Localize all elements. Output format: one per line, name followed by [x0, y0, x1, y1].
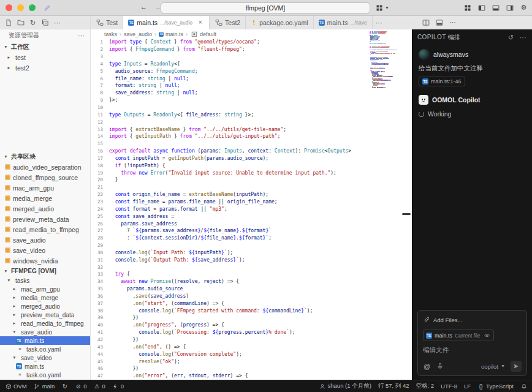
tree-item-mac_arm_gpu[interactable]: ▸mac_arm_gpu: [0, 285, 90, 293]
tree-item-save_audio[interactable]: ▾save_audio: [0, 328, 90, 336]
back-icon[interactable]: ←: [140, 3, 148, 11]
line-number: 43: [91, 344, 109, 350]
status-ovm[interactable]: OVM: [5, 383, 27, 390]
tree-item-main-ts[interactable]: TSmain.ts: [0, 336, 90, 345]
code-text: console.log(`Output Path: ${save_address…: [109, 257, 245, 263]
more-actions-icon[interactable]: ⋯: [449, 18, 457, 26]
tree-item-preview_meta_data[interactable]: ▸preview_meta_data: [0, 311, 90, 319]
tree-item-media_merge[interactable]: ▸media_merge: [0, 293, 90, 302]
tree-item-tasks[interactable]: ▾tasks: [0, 276, 90, 285]
explorer-views-icon[interactable]: ⋯: [77, 32, 85, 40]
tree-item-media_merge[interactable]: media_merge: [0, 193, 90, 203]
tree-item-read_media_to_ffmpeg[interactable]: read_media_to_ffmpeg: [0, 224, 90, 235]
toggle-panel-icon[interactable]: [492, 4, 500, 12]
breadcrumb-item[interactable]: default: [190, 30, 216, 38]
explorer-more-actions-icon[interactable]: ⋯: [53, 19, 61, 27]
status-notifications[interactable]: [520, 383, 527, 390]
line-number: 7: [91, 83, 109, 88]
send-button[interactable]: [511, 361, 522, 372]
section-header[interactable]: ▾FFMPEG [OVM]: [0, 266, 90, 276]
mention-icon[interactable]: @: [423, 363, 431, 371]
toggle-secondary-sidebar-icon[interactable]: [506, 4, 514, 12]
tree-item-windows_nvidia[interactable]: windows_nvidia: [0, 255, 90, 266]
tab-close-icon[interactable]: ×: [196, 19, 204, 27]
line-number: 18: [91, 163, 109, 168]
eye-icon[interactable]: [483, 331, 491, 339]
tab-Test[interactable]: Test: [91, 16, 123, 29]
add-files-button[interactable]: Add Files...: [423, 316, 463, 324]
close-window-button[interactable]: [6, 4, 12, 11]
breadcrumb-item[interactable]: save_audio: [124, 31, 152, 37]
new-folder-icon[interactable]: [17, 19, 25, 27]
code-line: 42 }): [91, 336, 412, 344]
new-file-icon[interactable]: [4, 19, 12, 27]
tab-Test2[interactable]: Test2: [210, 16, 246, 29]
status-branch[interactable]: main: [34, 383, 55, 390]
model-selector[interactable]: oopilot ▾: [481, 363, 506, 371]
code-text: console.log(`Processing: ${progress.perc…: [109, 330, 295, 335]
tree-item-save_video[interactable]: ▾save_video: [0, 353, 90, 362]
panel-more-icon[interactable]: ⋯: [519, 34, 527, 42]
status-blame[interactable]: shaun (1 个月前): [319, 382, 371, 390]
status-label: OVM: [13, 383, 27, 390]
settings-gear-icon[interactable]: ⚙: [520, 4, 528, 12]
chat-input[interactable]: 编辑文件: [423, 346, 522, 355]
brush-icon[interactable]: [43, 4, 51, 12]
status-bar-right: shaun (1 个月前)行 57, 列 42空格: 2UTF-8LF{}Typ…: [319, 382, 527, 390]
tree-item-merged_audio[interactable]: merged_audio: [0, 203, 90, 214]
history-icon[interactable]: ↺: [507, 34, 515, 42]
tab-label: Test: [106, 19, 118, 26]
tree-item-preview_meta_data[interactable]: preview_meta_data: [0, 214, 90, 224]
toggle-layout-icon[interactable]: [435, 18, 443, 26]
status-errors[interactable]: ⊘0: [75, 383, 86, 390]
tree-item-save_video[interactable]: save_video: [0, 245, 90, 255]
section-header[interactable]: ▾共享区块: [0, 151, 90, 162]
status-cursor-position[interactable]: 行 57, 列 42: [378, 382, 409, 390]
status-warnings[interactable]: ⚠0: [94, 383, 105, 390]
tab-main-ts[interactable]: TSmain.ts.../save: [314, 16, 373, 29]
context-chip[interactable]: TS main.ts:1-46: [419, 77, 465, 86]
status-sync[interactable]: ↻: [61, 383, 68, 390]
minimize-window-button[interactable]: [17, 4, 24, 11]
tree-item-merged_audio[interactable]: ▸merged_audio: [0, 302, 90, 311]
status-eol[interactable]: LF: [464, 383, 471, 390]
status-indentation[interactable]: 空格: 2: [416, 382, 435, 390]
breadcrumb-item[interactable]: TSmain.ts: [159, 31, 183, 37]
code-area[interactable]: 1import type { Context } from "@oomol/ty…: [91, 39, 412, 380]
mic-icon[interactable]: [436, 363, 444, 371]
scrollbar-thumb[interactable]: [402, 213, 411, 215]
tree-item-task-oo-yaml[interactable]: ≡task.oo.yaml: [0, 371, 90, 379]
tree-item-test2[interactable]: ▸test2: [0, 62, 90, 73]
split-editor-icon[interactable]: [422, 18, 430, 26]
refresh-icon[interactable]: ↻: [29, 19, 37, 27]
breadcrumb-item[interactable]: tasks: [104, 31, 117, 37]
tab-overflow-button[interactable]: ⋯: [375, 19, 383, 27]
tab-package-oo-yaml[interactable]: !package.oo.yaml: [246, 16, 313, 29]
code-editor[interactable]: tasks›save_audio›TSmain.ts›default 1impo…: [91, 29, 412, 380]
code-line: 5 audio_source: FfmpegCommand;: [91, 67, 412, 75]
minimap[interactable]: [368, 31, 404, 88]
layout-switcher[interactable]: ▾: [375, 4, 390, 12]
tree-item-audio_video_separation[interactable]: audio_video_separation: [0, 162, 90, 172]
command-center[interactable]: ffmpeg [OVM]: [161, 2, 370, 13]
collapse-all-icon[interactable]: [41, 19, 49, 27]
current-file-chip[interactable]: TS main.ts Current file: [423, 330, 494, 341]
section-header[interactable]: ▾工作区: [0, 42, 90, 52]
section-label: 共享区块: [11, 153, 36, 161]
toggle-primary-sidebar-icon[interactable]: [477, 4, 485, 12]
status-ports[interactable]: 0: [112, 383, 124, 390]
tree-item-read_media_to_ffmpeg[interactable]: ▸read_media_to_ffmpeg: [0, 319, 90, 328]
status-encoding[interactable]: UTF-8: [441, 383, 457, 390]
edit-icon[interactable]: [28, 4, 36, 12]
tree-item-main-ts[interactable]: TSmain.ts: [0, 362, 90, 371]
status-label: 空格: 2: [416, 382, 435, 390]
chat-composer[interactable]: Add Files... TS main.ts Current file 编辑文…: [417, 310, 527, 376]
tab-main-ts[interactable]: TSmain.ts.../save_audio×: [123, 16, 210, 29]
tree-item-mac_arm_gpu[interactable]: mac_arm_gpu: [0, 183, 90, 193]
extensions-grid-icon[interactable]: [463, 4, 471, 12]
tree-item-save_audio[interactable]: save_audio: [0, 235, 90, 245]
tree-item-task-oo-yaml[interactable]: ≡task.oo.yaml: [0, 345, 90, 353]
tree-item-test[interactable]: ▸test: [0, 52, 90, 62]
tree-item-cloned_ffmpeg_source[interactable]: cloned_ffmpeg_source: [0, 172, 90, 183]
status-language-mode[interactable]: {}TypeScript: [477, 383, 514, 390]
